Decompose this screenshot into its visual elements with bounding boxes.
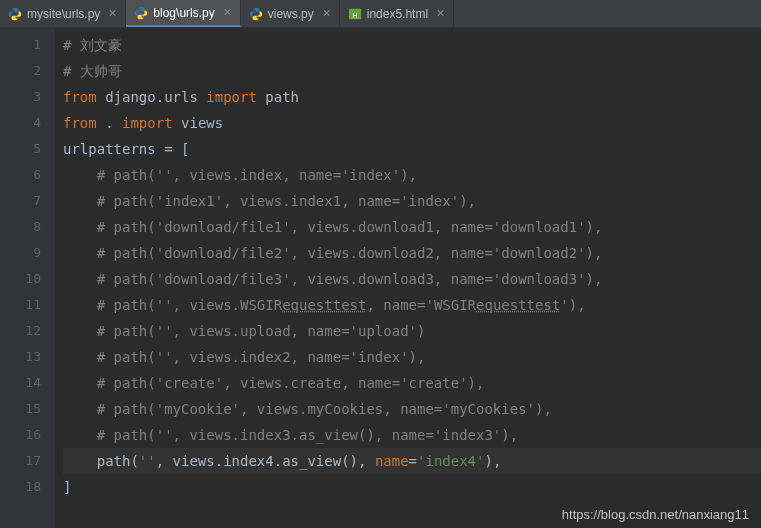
code-line: # path('', views.index2, name='index'), [63,344,761,370]
python-icon [249,7,263,21]
close-icon[interactable]: ✕ [322,7,331,20]
code-line: # path('myCookie', views.myCookies, name… [63,396,761,422]
line-number: 17 [0,448,41,474]
close-icon[interactable]: ✕ [223,6,232,19]
html-icon: H [348,7,362,21]
line-number: 4 [0,110,41,136]
editor-area: 1 2 3 4 5 6 7 8 9 10 11 12 13 14 15 16 1… [0,28,761,528]
line-number: 1 [0,32,41,58]
line-number: 2 [0,58,41,84]
tab-label: index5.html [367,7,428,21]
code-line: # path('download/file1', views.download1… [63,214,761,240]
line-number: 10 [0,266,41,292]
tab-label: views.py [268,7,314,21]
tab-label: mysite\urls.py [27,7,100,21]
tab-mysite-urls[interactable]: mysite\urls.py ✕ [0,0,126,27]
close-icon[interactable]: ✕ [436,7,445,20]
line-number: 11 [0,292,41,318]
line-number: 3 [0,84,41,110]
tab-blog-urls[interactable]: blog\urls.py ✕ [126,0,240,27]
code-line: urlpatterns = [ [63,136,761,162]
line-number: 6 [0,162,41,188]
code-line: # 大帅哥 [63,58,761,84]
line-number: 7 [0,188,41,214]
line-number: 13 [0,344,41,370]
python-icon [8,7,22,21]
close-icon[interactable]: ✕ [108,7,117,20]
code-line: ] [63,474,761,500]
svg-text:H: H [352,11,357,18]
tab-index5-html[interactable]: H index5.html ✕ [340,0,454,27]
line-number: 9 [0,240,41,266]
python-icon [134,6,148,20]
code-line: # path('', views.upload, name='upload') [63,318,761,344]
code-line: # path('download/file2', views.download2… [63,240,761,266]
gutter: 1 2 3 4 5 6 7 8 9 10 11 12 13 14 15 16 1… [0,28,55,528]
code-line: # path('', views.index3.as_view(), name=… [63,422,761,448]
tab-label: blog\urls.py [153,6,214,20]
line-number: 8 [0,214,41,240]
tab-bar: mysite\urls.py ✕ blog\urls.py ✕ views.py… [0,0,761,28]
code-line: # path('', views.index, name='index'), [63,162,761,188]
tab-views[interactable]: views.py ✕ [241,0,340,27]
line-number: 5 [0,136,41,162]
code-line: # 刘文豪 [63,32,761,58]
code-line: # path('', views.WSGIRequesttest, name='… [63,292,761,318]
code-line: from . import views [63,110,761,136]
line-number: 15 [0,396,41,422]
watermark: https://blog.csdn.net/nanxiang11 [562,507,749,522]
line-number: 12 [0,318,41,344]
code-area[interactable]: # 刘文豪 # 大帅哥 from django.urls import path… [55,28,761,528]
code-line-active: path('', views.index4.as_view(), name='i… [63,448,761,474]
code-line: # path('create', views.create, name='cre… [63,370,761,396]
line-number: 18 [0,474,41,500]
line-number: 14 [0,370,41,396]
code-line: # path('download/file3', views.download3… [63,266,761,292]
code-line: from django.urls import path [63,84,761,110]
code-line: # path('index1', views.index1, name='ind… [63,188,761,214]
line-number: 16 [0,422,41,448]
